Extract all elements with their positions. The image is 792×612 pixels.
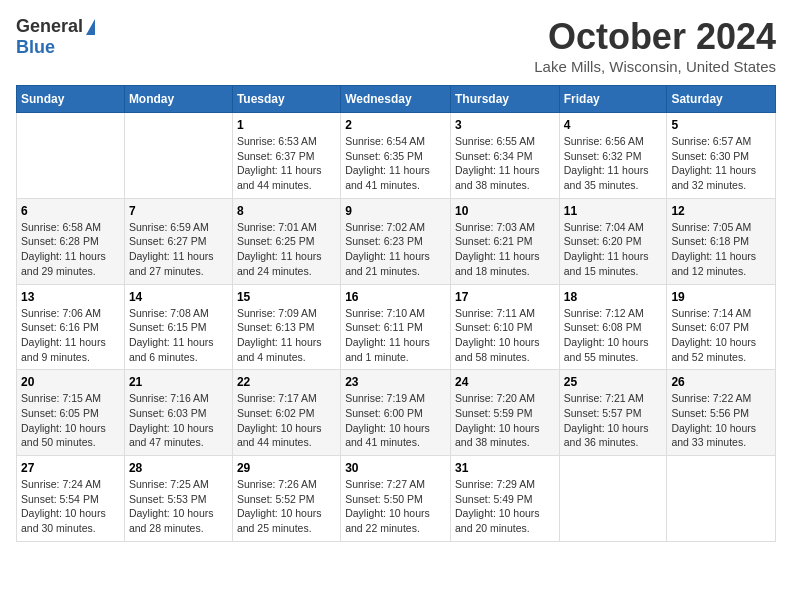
day-number: 23	[345, 375, 446, 389]
calendar-cell: 1Sunrise: 6:53 AM Sunset: 6:37 PM Daylig…	[232, 113, 340, 199]
day-info: Sunrise: 7:16 AM Sunset: 6:03 PM Dayligh…	[129, 391, 228, 450]
day-info: Sunrise: 6:59 AM Sunset: 6:27 PM Dayligh…	[129, 220, 228, 279]
day-info: Sunrise: 7:22 AM Sunset: 5:56 PM Dayligh…	[671, 391, 771, 450]
day-info: Sunrise: 7:20 AM Sunset: 5:59 PM Dayligh…	[455, 391, 555, 450]
day-number: 14	[129, 290, 228, 304]
calendar-cell: 29Sunrise: 7:26 AM Sunset: 5:52 PM Dayli…	[232, 456, 340, 542]
day-number: 26	[671, 375, 771, 389]
day-number: 11	[564, 204, 663, 218]
header-cell-monday: Monday	[124, 86, 232, 113]
calendar-cell	[667, 456, 776, 542]
calendar-cell: 31Sunrise: 7:29 AM Sunset: 5:49 PM Dayli…	[450, 456, 559, 542]
calendar-cell	[559, 456, 667, 542]
calendar-cell: 11Sunrise: 7:04 AM Sunset: 6:20 PM Dayli…	[559, 198, 667, 284]
week-row-4: 20Sunrise: 7:15 AM Sunset: 6:05 PM Dayli…	[17, 370, 776, 456]
calendar-cell: 2Sunrise: 6:54 AM Sunset: 6:35 PM Daylig…	[341, 113, 451, 199]
day-number: 16	[345, 290, 446, 304]
calendar-cell: 25Sunrise: 7:21 AM Sunset: 5:57 PM Dayli…	[559, 370, 667, 456]
day-number: 12	[671, 204, 771, 218]
calendar-cell: 18Sunrise: 7:12 AM Sunset: 6:08 PM Dayli…	[559, 284, 667, 370]
header-cell-tuesday: Tuesday	[232, 86, 340, 113]
day-info: Sunrise: 7:27 AM Sunset: 5:50 PM Dayligh…	[345, 477, 446, 536]
calendar-cell: 20Sunrise: 7:15 AM Sunset: 6:05 PM Dayli…	[17, 370, 125, 456]
day-number: 9	[345, 204, 446, 218]
day-number: 19	[671, 290, 771, 304]
day-info: Sunrise: 7:02 AM Sunset: 6:23 PM Dayligh…	[345, 220, 446, 279]
calendar-cell: 12Sunrise: 7:05 AM Sunset: 6:18 PM Dayli…	[667, 198, 776, 284]
day-info: Sunrise: 6:54 AM Sunset: 6:35 PM Dayligh…	[345, 134, 446, 193]
calendar-table: SundayMondayTuesdayWednesdayThursdayFrid…	[16, 85, 776, 542]
day-info: Sunrise: 7:12 AM Sunset: 6:08 PM Dayligh…	[564, 306, 663, 365]
day-number: 2	[345, 118, 446, 132]
calendar-subtitle: Lake Mills, Wisconsin, United States	[534, 58, 776, 75]
title-section: October 2024 Lake Mills, Wisconsin, Unit…	[534, 16, 776, 75]
day-number: 24	[455, 375, 555, 389]
day-info: Sunrise: 7:09 AM Sunset: 6:13 PM Dayligh…	[237, 306, 336, 365]
day-info: Sunrise: 7:08 AM Sunset: 6:15 PM Dayligh…	[129, 306, 228, 365]
day-info: Sunrise: 6:55 AM Sunset: 6:34 PM Dayligh…	[455, 134, 555, 193]
day-info: Sunrise: 7:05 AM Sunset: 6:18 PM Dayligh…	[671, 220, 771, 279]
week-row-1: 1Sunrise: 6:53 AM Sunset: 6:37 PM Daylig…	[17, 113, 776, 199]
calendar-cell: 26Sunrise: 7:22 AM Sunset: 5:56 PM Dayli…	[667, 370, 776, 456]
calendar-title: October 2024	[534, 16, 776, 58]
day-number: 20	[21, 375, 120, 389]
calendar-cell: 6Sunrise: 6:58 AM Sunset: 6:28 PM Daylig…	[17, 198, 125, 284]
day-number: 21	[129, 375, 228, 389]
day-info: Sunrise: 6:56 AM Sunset: 6:32 PM Dayligh…	[564, 134, 663, 193]
calendar-cell: 30Sunrise: 7:27 AM Sunset: 5:50 PM Dayli…	[341, 456, 451, 542]
calendar-cell: 8Sunrise: 7:01 AM Sunset: 6:25 PM Daylig…	[232, 198, 340, 284]
day-number: 31	[455, 461, 555, 475]
day-info: Sunrise: 7:24 AM Sunset: 5:54 PM Dayligh…	[21, 477, 120, 536]
day-info: Sunrise: 7:01 AM Sunset: 6:25 PM Dayligh…	[237, 220, 336, 279]
day-number: 17	[455, 290, 555, 304]
day-info: Sunrise: 6:58 AM Sunset: 6:28 PM Dayligh…	[21, 220, 120, 279]
header-cell-friday: Friday	[559, 86, 667, 113]
calendar-cell: 24Sunrise: 7:20 AM Sunset: 5:59 PM Dayli…	[450, 370, 559, 456]
day-number: 5	[671, 118, 771, 132]
calendar-cell: 19Sunrise: 7:14 AM Sunset: 6:07 PM Dayli…	[667, 284, 776, 370]
calendar-cell: 10Sunrise: 7:03 AM Sunset: 6:21 PM Dayli…	[450, 198, 559, 284]
calendar-cell: 9Sunrise: 7:02 AM Sunset: 6:23 PM Daylig…	[341, 198, 451, 284]
calendar-cell	[17, 113, 125, 199]
day-number: 15	[237, 290, 336, 304]
header-cell-sunday: Sunday	[17, 86, 125, 113]
day-info: Sunrise: 6:53 AM Sunset: 6:37 PM Dayligh…	[237, 134, 336, 193]
day-number: 13	[21, 290, 120, 304]
logo-blue-text: Blue	[16, 37, 55, 57]
day-info: Sunrise: 7:03 AM Sunset: 6:21 PM Dayligh…	[455, 220, 555, 279]
day-info: Sunrise: 6:57 AM Sunset: 6:30 PM Dayligh…	[671, 134, 771, 193]
day-info: Sunrise: 7:11 AM Sunset: 6:10 PM Dayligh…	[455, 306, 555, 365]
day-number: 6	[21, 204, 120, 218]
header-cell-thursday: Thursday	[450, 86, 559, 113]
calendar-cell: 15Sunrise: 7:09 AM Sunset: 6:13 PM Dayli…	[232, 284, 340, 370]
calendar-cell: 7Sunrise: 6:59 AM Sunset: 6:27 PM Daylig…	[124, 198, 232, 284]
calendar-cell: 17Sunrise: 7:11 AM Sunset: 6:10 PM Dayli…	[450, 284, 559, 370]
calendar-cell: 23Sunrise: 7:19 AM Sunset: 6:00 PM Dayli…	[341, 370, 451, 456]
week-row-2: 6Sunrise: 6:58 AM Sunset: 6:28 PM Daylig…	[17, 198, 776, 284]
calendar-cell: 13Sunrise: 7:06 AM Sunset: 6:16 PM Dayli…	[17, 284, 125, 370]
week-row-5: 27Sunrise: 7:24 AM Sunset: 5:54 PM Dayli…	[17, 456, 776, 542]
day-number: 28	[129, 461, 228, 475]
day-info: Sunrise: 7:04 AM Sunset: 6:20 PM Dayligh…	[564, 220, 663, 279]
day-number: 4	[564, 118, 663, 132]
page-header: General Blue October 2024 Lake Mills, Wi…	[16, 16, 776, 75]
day-info: Sunrise: 7:14 AM Sunset: 6:07 PM Dayligh…	[671, 306, 771, 365]
day-info: Sunrise: 7:26 AM Sunset: 5:52 PM Dayligh…	[237, 477, 336, 536]
header-cell-wednesday: Wednesday	[341, 86, 451, 113]
calendar-cell: 16Sunrise: 7:10 AM Sunset: 6:11 PM Dayli…	[341, 284, 451, 370]
calendar-cell: 21Sunrise: 7:16 AM Sunset: 6:03 PM Dayli…	[124, 370, 232, 456]
day-info: Sunrise: 7:15 AM Sunset: 6:05 PM Dayligh…	[21, 391, 120, 450]
day-number: 3	[455, 118, 555, 132]
day-number: 7	[129, 204, 228, 218]
day-number: 29	[237, 461, 336, 475]
day-info: Sunrise: 7:21 AM Sunset: 5:57 PM Dayligh…	[564, 391, 663, 450]
calendar-cell: 27Sunrise: 7:24 AM Sunset: 5:54 PM Dayli…	[17, 456, 125, 542]
day-number: 27	[21, 461, 120, 475]
calendar-cell: 4Sunrise: 6:56 AM Sunset: 6:32 PM Daylig…	[559, 113, 667, 199]
day-number: 1	[237, 118, 336, 132]
header-cell-saturday: Saturday	[667, 86, 776, 113]
day-number: 18	[564, 290, 663, 304]
day-number: 8	[237, 204, 336, 218]
calendar-cell	[124, 113, 232, 199]
day-info: Sunrise: 7:25 AM Sunset: 5:53 PM Dayligh…	[129, 477, 228, 536]
